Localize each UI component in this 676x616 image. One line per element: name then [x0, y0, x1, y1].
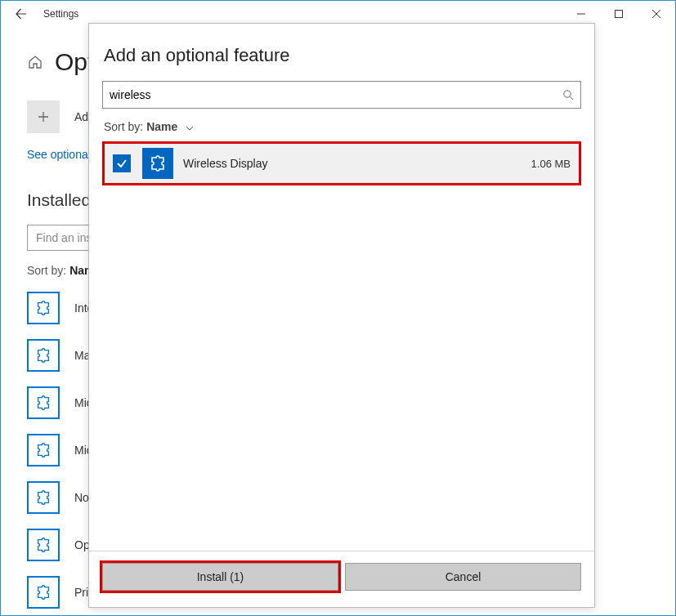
minimize-icon	[577, 10, 585, 18]
feature-icon	[142, 148, 173, 179]
window-title: Settings	[43, 8, 78, 20]
puzzle-icon	[148, 154, 168, 173]
puzzle-icon	[34, 299, 52, 317]
arrow-left-icon	[15, 7, 28, 20]
dialog-title: Add an optional feature	[104, 45, 581, 66]
dialog-footer: Install (1) Cancel	[89, 551, 594, 607]
puzzle-icon	[34, 489, 52, 507]
back-button[interactable]	[6, 1, 37, 27]
puzzle-icon	[34, 441, 52, 459]
cancel-label: Cancel	[445, 570, 481, 583]
feature-search-field[interactable]	[102, 81, 581, 109]
feature-checkbox[interactable]	[113, 154, 131, 172]
sort-prefix: Sort by:	[27, 264, 69, 277]
svg-line-3	[571, 97, 574, 100]
sort-value: Name	[146, 120, 177, 133]
home-icon[interactable]	[27, 54, 43, 70]
maximize-button[interactable]	[600, 1, 638, 27]
puzzle-icon	[34, 536, 52, 554]
install-button[interactable]: Install (1)	[102, 563, 338, 591]
search-icon	[562, 89, 574, 100]
svg-point-2	[564, 91, 571, 97]
puzzle-icon	[34, 583, 52, 601]
plus-icon	[37, 110, 50, 123]
chevron-down-icon	[186, 120, 194, 133]
feature-size: 1.06 MB	[531, 158, 571, 170]
install-label: Install (1)	[197, 570, 244, 583]
svg-rect-1	[616, 11, 623, 18]
feature-name: Wireless Display	[183, 157, 531, 170]
puzzle-icon	[34, 394, 52, 412]
checkmark-icon	[116, 158, 128, 169]
close-icon	[652, 10, 660, 18]
puzzle-icon	[34, 346, 52, 364]
sort-prefix: Sort by:	[104, 120, 146, 133]
dialog-sort[interactable]: Sort by: Name	[104, 120, 581, 133]
maximize-icon	[615, 10, 623, 18]
feature-search-input[interactable]	[110, 88, 562, 101]
add-feature-dialog: Add an optional feature Sort by: Name Wi…	[88, 23, 595, 608]
cancel-button[interactable]: Cancel	[345, 563, 581, 591]
feature-result-row[interactable]: Wireless Display 1.06 MB	[102, 141, 581, 185]
add-button[interactable]	[27, 100, 60, 133]
close-button[interactable]	[638, 1, 675, 27]
